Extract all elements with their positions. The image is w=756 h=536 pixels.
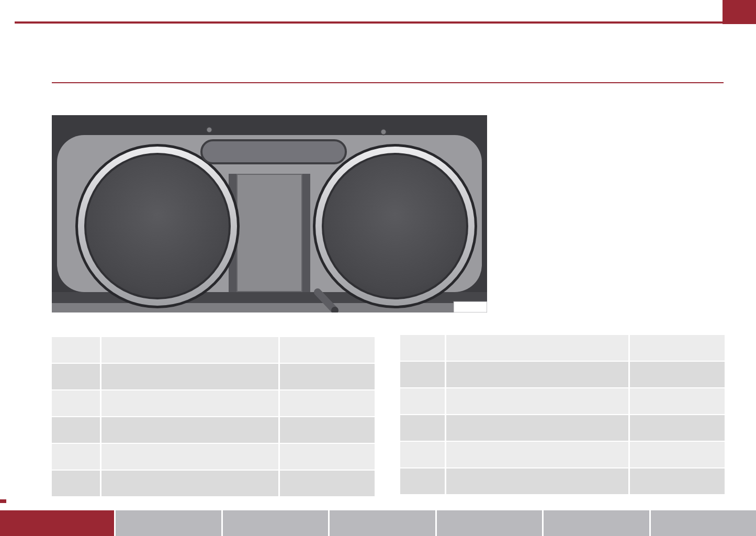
table-row [400,335,725,361]
high-beam-icon [64,394,87,413]
indicator-table-right [400,335,725,494]
table-row [52,471,375,496]
page-reference[interactable] [630,442,725,467]
page-reference[interactable] [280,390,375,416]
power-steering-icon [411,392,434,411]
page-reference[interactable] [630,468,725,494]
table-row [52,444,375,470]
indicator-symbol-cell [400,442,445,467]
page-reference[interactable] [630,362,725,387]
indicator-symbol-cell [400,335,445,361]
indicator-label [101,471,278,496]
indicator-label [446,415,628,441]
epc-icon [411,419,434,438]
glow-plug-icon [411,445,434,464]
indicator-label [446,468,628,494]
indicator-strip [201,140,346,163]
indicator-label [446,362,628,387]
indicator-symbol-cell [52,390,100,416]
indicator-label [101,444,278,470]
instrument-cluster-figure: EPC 1 ABS [52,115,487,312]
generator-battery-icon [64,474,87,493]
instrument-cluster-photo: EPC 1 ABS [52,115,487,312]
page-reference[interactable] [280,337,375,363]
indicator-symbol-cell [400,388,445,414]
indicator-symbol-cell [52,471,100,496]
table-row [52,364,375,389]
indicator-symbol-cell [400,415,445,441]
tab-fahrhinweise[interactable] [223,510,328,536]
tab-pannenhilfe[interactable] [437,510,542,536]
indicator-label [446,335,628,361]
table-row [400,362,725,387]
indicator-label [101,364,278,389]
table-row [52,390,375,416]
turn-signal-left-icon [64,341,87,360]
table-row [400,468,725,494]
indicator-label [101,390,278,416]
tab-sicherheit[interactable] [116,510,221,536]
indicator-table-left [52,337,375,496]
screw [381,129,387,135]
subsection-rule [52,82,724,83]
page-reference[interactable] [280,444,375,470]
page-reference[interactable] [630,415,725,441]
table-row [400,442,725,467]
tab-technische-daten[interactable] [651,510,756,536]
chapter-tab-bar [0,510,756,536]
indicator-symbol-cell [52,417,100,443]
indicator-symbol-cell [52,444,100,470]
indicator-symbol-cell [52,337,100,363]
trailer-turn-signals-icon [411,472,434,491]
cornering-light-icon [411,365,434,384]
front-fog-light-icon [411,339,434,358]
tab-betriebshinweise[interactable] [330,510,435,536]
tab-praktik[interactable] [544,510,649,536]
manual-page: EPC 1 ABS [0,0,756,536]
page-reference[interactable] [280,471,375,496]
tab-bedienung[interactable] [0,510,114,536]
tachometer [75,144,240,308]
page-number [723,0,756,24]
page-reference[interactable] [280,364,375,389]
indicator-symbol-cell [400,362,445,387]
indicator-label [101,417,278,443]
rear-fog-light-icon [64,448,87,466]
page-reference[interactable] [280,417,375,443]
indicator-symbol-cell [52,364,100,389]
speedometer [313,144,477,308]
indicator-label [101,337,278,363]
table-row [52,417,375,443]
table-row [400,388,725,414]
page-reference[interactable] [630,335,725,361]
turn-signal-right-icon [64,367,87,386]
header-rule [15,21,756,24]
indicator-label [446,388,628,414]
screw [207,127,212,133]
indicator-label [446,442,628,467]
table-row [400,415,725,441]
low-beam-icon [64,421,87,440]
multifunction-display [237,174,302,292]
indicator-symbol-cell [400,468,445,494]
photo-code-label [454,302,487,312]
page-reference[interactable] [630,388,725,414]
table-row [52,337,375,363]
chapter-marker [0,499,6,503]
